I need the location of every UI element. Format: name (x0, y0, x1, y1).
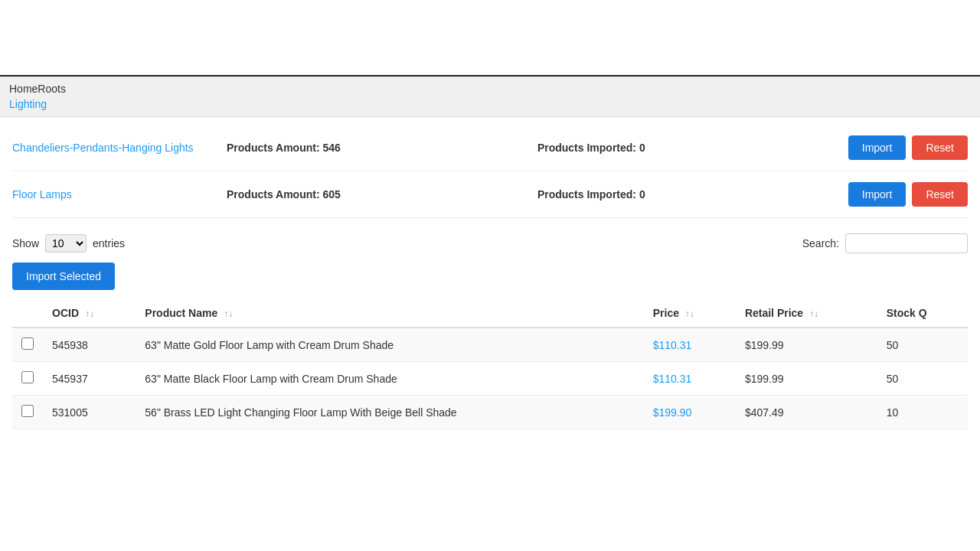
sort-icon-product-name[interactable]: ↑↓ (224, 308, 233, 319)
th-checkbox (12, 299, 43, 328)
category-row: Chandeliers-Pendants-Hanging Lights Prod… (12, 125, 968, 171)
entries-select[interactable]: 10 25 50 100 (45, 234, 87, 253)
category-name-0[interactable]: Chandeliers-Pendants-Hanging Lights (12, 142, 227, 154)
reset-button-0[interactable]: Reset (912, 135, 968, 160)
row-retail-price-1: $199.99 (736, 362, 877, 396)
row-ocid-2: 531005 (43, 396, 136, 429)
brand-name: HomeRoots (9, 83, 971, 95)
row-price-2: $199.90 (644, 396, 736, 429)
sort-icon-price[interactable]: ↑↓ (685, 308, 694, 319)
search-area: Search: (802, 233, 968, 253)
show-label: Show (12, 237, 39, 249)
row-product-name-1: 63" Matte Black Floor Lamp with Cream Dr… (136, 362, 643, 396)
category-actions-1: Import Reset (848, 182, 968, 207)
products-amount-0: Products Amount: 546 (227, 142, 537, 154)
products-table: OCID ↑↓ Product Name ↑↓ Price ↑↓ Retail … (12, 299, 968, 429)
row-ocid-0: 545938 (43, 328, 136, 362)
content-area: Chandeliers-Pendants-Hanging Lights Prod… (0, 117, 980, 437)
row-price-1: $110.31 (644, 362, 736, 396)
row-checkbox-0[interactable] (12, 328, 43, 362)
th-product-name: Product Name ↑↓ (136, 299, 643, 328)
row-product-name-0: 63" Matte Gold Floor Lamp with Cream Dru… (136, 328, 643, 362)
row-ocid-1: 545937 (43, 362, 136, 396)
top-bar (0, 0, 980, 77)
products-imported-0: Products Imported: 0 (537, 142, 848, 154)
row-product-name-2: 56" Brass LED Light Changing Floor Lamp … (136, 396, 643, 429)
th-ocid: OCID ↑↓ (43, 299, 136, 328)
category-row: Floor Lamps Products Amount: 605 Product… (12, 171, 968, 218)
search-input[interactable] (845, 233, 968, 253)
products-amount-1: Products Amount: 605 (227, 188, 537, 201)
row-stock-2: 10 (877, 396, 968, 429)
show-entries: Show 10 25 50 100 entries (12, 234, 125, 253)
table-header: OCID ↑↓ Product Name ↑↓ Price ↑↓ Retail … (12, 299, 968, 328)
row-price-0: $110.31 (644, 328, 736, 362)
search-label: Search: (802, 237, 839, 249)
breadcrumb-category[interactable]: Lighting (9, 98, 971, 110)
table-row: 531005 56" Brass LED Light Changing Floo… (12, 396, 968, 429)
th-price: Price ↑↓ (644, 299, 736, 328)
table-body: 545938 63" Matte Gold Floor Lamp with Cr… (12, 328, 968, 429)
import-button-0[interactable]: Import (848, 135, 906, 160)
breadcrumb-area: HomeRoots Lighting (0, 77, 980, 117)
row-stock-0: 50 (877, 328, 968, 362)
products-imported-1: Products Imported: 0 (537, 188, 848, 201)
row-retail-price-0: $199.99 (736, 328, 877, 362)
sort-icon-ocid[interactable]: ↑↓ (85, 308, 94, 319)
category-actions-0: Import Reset (848, 135, 968, 160)
th-retail-price: Retail Price ↑↓ (736, 299, 877, 328)
table-row: 545937 63" Matte Black Floor Lamp with C… (12, 362, 968, 396)
category-list: Chandeliers-Pendants-Hanging Lights Prod… (12, 125, 968, 218)
reset-button-1[interactable]: Reset (912, 182, 968, 207)
row-checkbox-1[interactable] (12, 362, 43, 396)
category-name-1[interactable]: Floor Lamps (12, 188, 227, 201)
th-stock: Stock Q (877, 299, 968, 328)
row-stock-1: 50 (877, 362, 968, 396)
row-checkbox-2[interactable] (12, 396, 43, 429)
import-button-1[interactable]: Import (848, 182, 906, 207)
table-row: 545938 63" Matte Gold Floor Lamp with Cr… (12, 328, 968, 362)
sort-icon-retail-price[interactable]: ↑↓ (809, 308, 818, 319)
table-controls: Show 10 25 50 100 entries Search: (12, 224, 968, 262)
import-selected-button[interactable]: Import Selected (12, 262, 115, 290)
entries-label: entries (93, 237, 125, 249)
row-retail-price-2: $407.49 (736, 396, 877, 429)
